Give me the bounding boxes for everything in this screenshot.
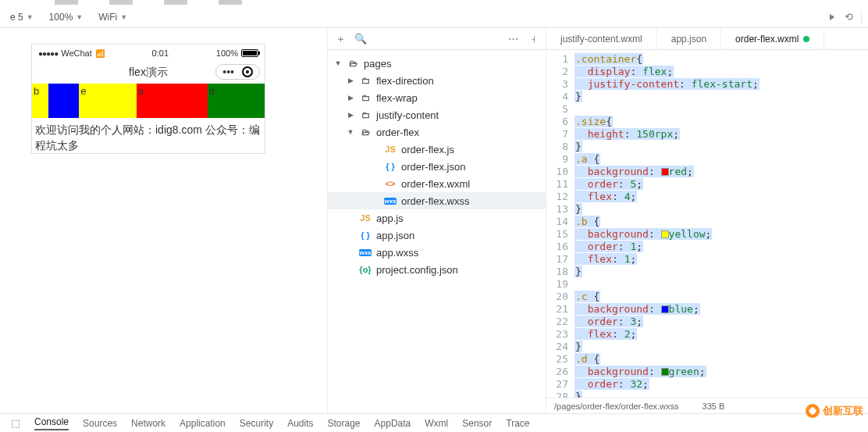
page-title: flex演示 <box>129 66 168 80</box>
box-c <box>48 84 79 118</box>
devtab-application[interactable]: Application <box>180 418 226 429</box>
devtab-security[interactable]: Security <box>240 418 273 429</box>
clock: 0:01 <box>152 48 169 58</box>
more-icon[interactable]: ⋯ <box>507 33 519 45</box>
file-project-config[interactable]: {o}project.config.json <box>328 261 546 278</box>
add-icon[interactable]: ＋ <box>334 33 347 45</box>
inspect-icon[interactable]: ⬚ <box>11 417 20 429</box>
modified-dot-icon <box>803 36 809 42</box>
devtab-storage[interactable]: Storage <box>328 418 361 429</box>
network-dropdown[interactable]: WiFi▼ <box>93 9 133 25</box>
search-icon[interactable]: 🔍 <box>354 33 367 45</box>
top-toolbar: e 5▼ 100%▼ WiFi▼ 🕨 ⟲ <box>0 6 868 28</box>
signal-icon: ●●●●● <box>38 49 58 58</box>
battery-icon <box>241 49 258 57</box>
logo-icon <box>806 404 820 418</box>
capsule-menu-icon[interactable]: ••• <box>222 66 234 77</box>
devtab-sensor[interactable]: Sensor <box>462 418 492 429</box>
folder-justify-content[interactable]: ▶🗀justify-content <box>328 106 546 123</box>
tab-app-json[interactable]: app.json <box>657 28 721 49</box>
watermark: 创新互联 <box>806 404 863 418</box>
box-e: e <box>79 84 137 118</box>
folder-order-flex[interactable]: ▼🗁order-flex <box>328 123 546 141</box>
box-a: a <box>137 84 208 118</box>
simulator: ●●●●● WeChat 0:01 100% flex演示 ••• b <box>31 44 265 154</box>
folder-flex-direction[interactable]: ▶🗀flex-direction <box>328 72 546 89</box>
file-app-json[interactable]: { }app.json <box>328 227 546 244</box>
device-dropdown[interactable]: e 5▼ <box>5 9 39 25</box>
file-size: 335 B <box>703 402 725 411</box>
file-order-flex-wxss[interactable]: wxsorder-flex.wxss <box>328 192 546 209</box>
devtools-tabs: ⬚ Console Sources Network Application Se… <box>0 413 868 432</box>
wifi-icon <box>95 48 105 58</box>
code-editor[interactable]: 1234567891011121314151617181920212223242… <box>546 50 868 398</box>
mute-icon[interactable]: 🕨 <box>825 11 838 23</box>
folder-flex-wrap[interactable]: ▶🗀flex-wrap <box>328 89 546 106</box>
folder-pages[interactable]: ▼🗁pages <box>328 55 546 72</box>
file-tree: ▼🗁pages ▶🗀flex-direction ▶🗀flex-wrap ▶🗀j… <box>328 50 546 283</box>
zoom-dropdown[interactable]: 100%▼ <box>44 9 89 25</box>
file-order-flex-wxml[interactable]: <>order-flex.wxml <box>328 175 546 192</box>
rotate-icon[interactable]: ⟲ <box>842 11 855 23</box>
file-app-wxss[interactable]: wxsapp.wxss <box>328 244 546 261</box>
tab-order-flex-wxml[interactable]: order-flex.wxml <box>721 28 824 49</box>
welcome-text: 欢迎访问我的个人网站：idig8.com 公众号：编程坑太多 <box>32 118 265 153</box>
file-order-flex-js[interactable]: JSorder-flex.js <box>328 141 546 158</box>
devtab-appdata[interactable]: AppData <box>375 418 411 429</box>
box-b: b <box>32 84 48 118</box>
devtab-sources[interactable]: Sources <box>83 418 117 429</box>
devtab-network[interactable]: Network <box>131 418 165 429</box>
box-d: d <box>208 84 265 118</box>
folder-icon: 🗁 <box>347 59 359 68</box>
file-app-js[interactable]: JSapp.js <box>328 209 546 227</box>
capsule-close-icon[interactable] <box>242 66 253 77</box>
editor-tabs: justify-content.wxml app.json order-flex… <box>546 28 868 50</box>
devtab-wxml[interactable]: Wxml <box>425 418 448 429</box>
devtab-trace[interactable]: Trace <box>506 418 529 429</box>
tab-justify-content[interactable]: justify-content.wxml <box>546 28 657 49</box>
devtab-audits[interactable]: Audits <box>287 418 313 429</box>
file-order-flex-json[interactable]: { }order-flex.json <box>328 158 546 175</box>
file-path: /pages/order-flex/order-flex.wxss <box>554 402 679 411</box>
devtab-console[interactable]: Console <box>34 416 69 430</box>
flex-demo: b e a d <box>32 84 265 118</box>
split-icon[interactable]: ⫞ <box>527 33 539 45</box>
